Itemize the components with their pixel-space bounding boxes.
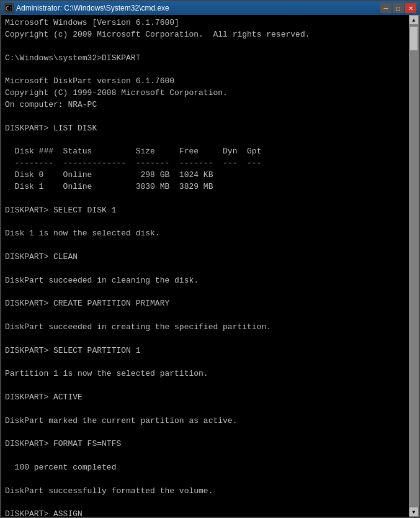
minimize-button[interactable]: ─ — [380, 3, 391, 13]
scroll-down-button[interactable]: ▼ — [409, 507, 419, 517]
svg-text:C:: C: — [6, 6, 12, 12]
maximize-button[interactable]: □ — [393, 3, 404, 13]
scroll-up-button[interactable]: ▲ — [409, 15, 419, 25]
title-bar: C: Administrator: C:\Windows\System32\cm… — [1, 1, 419, 15]
scrollbar-thumb[interactable] — [409, 26, 418, 51]
console-area: Microsoft Windows [Version 6.1.7600] Cop… — [1, 15, 419, 517]
scrollbar[interactable]: ▲ ▼ — [409, 15, 419, 517]
console-output[interactable]: Microsoft Windows [Version 6.1.7600] Cop… — [1, 15, 409, 517]
close-button[interactable]: ✕ — [405, 3, 416, 13]
title-text: Administrator: C:\Windows\System32\cmd.e… — [16, 4, 169, 12]
cmd-icon: C: — [4, 3, 14, 13]
title-bar-buttons: ─ □ ✕ — [380, 3, 416, 13]
cmd-window: C: Administrator: C:\Windows\System32\cm… — [0, 0, 420, 518]
scrollbar-track[interactable] — [409, 25, 419, 507]
title-bar-left: C: Administrator: C:\Windows\System32\cm… — [4, 3, 169, 13]
